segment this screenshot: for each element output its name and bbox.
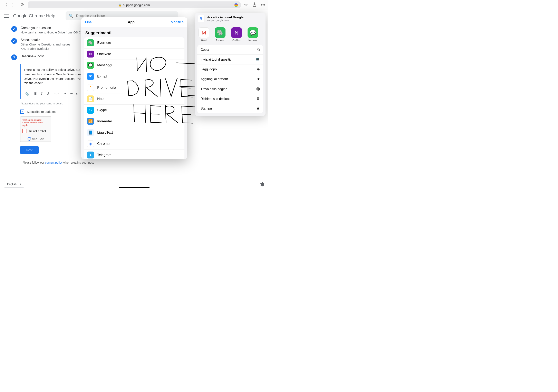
captcha-checkbox[interactable]	[22, 129, 27, 133]
underline-button[interactable]: U	[45, 91, 51, 97]
share-app-evernote[interactable]: 🐘Evernote	[214, 27, 226, 42]
number-list-button[interactable]: ≣	[69, 91, 75, 97]
modal-title: App	[128, 20, 135, 24]
share-app-onenote[interactable]: NOneNote	[230, 27, 243, 42]
share-app-messaggi[interactable]: 💬Messaggi	[247, 27, 259, 42]
home-indicator[interactable]	[119, 187, 149, 188]
settings-icon[interactable]	[259, 182, 264, 187]
share-title: Accedi - Account Google	[207, 16, 263, 19]
url-host: support.google.com	[123, 3, 150, 7]
share-action-list: Copia⧉Invia ai tuoi dispositivi💻Leggi do…	[197, 45, 263, 113]
mic-icon[interactable]	[235, 3, 238, 7]
share-header: G Accedi - Account Google support.google…	[195, 13, 266, 25]
content-policy-link[interactable]: content policy	[45, 161, 63, 164]
google-favicon: G	[198, 15, 205, 22]
suggestion-liquidtext[interactable]: 📘LiquidText	[84, 127, 184, 138]
search-icon: 🔍	[69, 14, 73, 18]
action-copia[interactable]: Copia⧉	[197, 45, 263, 55]
suggestion-skype[interactable]: SSkype	[84, 105, 184, 116]
back-button[interactable]: 〈	[2, 2, 9, 8]
suggestion-onenote[interactable]: NOneNote	[84, 49, 184, 60]
suggestion-telegram[interactable]: ➤Telegram	[84, 150, 184, 159]
forward-button[interactable]: 〉	[11, 2, 17, 8]
suggestion-messaggi[interactable]: 💬Messaggi	[84, 60, 184, 71]
share-sub: support.google.com	[207, 19, 263, 22]
pencil-icon	[11, 26, 17, 32]
favorite-button[interactable]: ☆	[243, 2, 249, 8]
done-button[interactable]: Fine	[85, 20, 92, 24]
edit-button[interactable]: Modifica	[171, 20, 184, 24]
captcha-brand: reCAPTCHA	[32, 138, 44, 140]
attach-button[interactable]: 📎	[24, 91, 30, 97]
bullet-list-button[interactable]: ≡	[62, 91, 69, 97]
browser-toolbar: 〈 〉 ⟳ 🔒support.google.com ☆ •••	[0, 0, 268, 10]
action-stampa[interactable]: Stampa🖨	[197, 104, 263, 113]
language-select[interactable]: English	[4, 181, 24, 188]
suggestion-chrome[interactable]: ◉Chrome	[84, 138, 184, 150]
search-input[interactable]	[76, 14, 175, 18]
action-trova-nella-pagina[interactable]: Trova nella paginaⓐ	[197, 84, 263, 94]
page-title: Google Chrome Help	[13, 13, 55, 18]
suggestion-e-mail[interactable]: ✉E-mail	[84, 71, 184, 82]
suggestions-heading: Suggerimenti	[81, 30, 187, 37]
modal-header: Fine App Modifica	[81, 17, 187, 27]
suggestion-promemoria[interactable]: ⋮Promemoria	[84, 82, 184, 93]
italic-button[interactable]: I	[39, 91, 45, 97]
suggestion-inoreader[interactable]: 📶Inoreader	[84, 116, 184, 127]
post-button[interactable]: Post	[20, 146, 39, 154]
reload-button[interactable]: ⟳	[19, 2, 26, 8]
code-button[interactable]: <>	[53, 91, 60, 97]
recaptcha-icon	[27, 136, 32, 141]
action-leggi-dopo[interactable]: Leggi dopo⊕	[197, 65, 263, 74]
captcha-error: Verification expired. Check the checkbox…	[22, 119, 49, 127]
suggestion-list: 🐘EvernoteNOneNote💬Messaggi✉E-mail⋮Promem…	[84, 37, 184, 159]
suggestion-evernote[interactable]: 🐘Evernote	[84, 37, 184, 49]
step3-badge: 3	[11, 54, 17, 60]
action-invia-ai-tuoi-dispositivi[interactable]: Invia ai tuoi dispositivi💻	[197, 55, 263, 65]
app-list-modal: Fine App Modifica Suggerimenti 🐘Evernote…	[81, 17, 187, 159]
bold-button[interactable]: B	[33, 91, 39, 97]
subscribe-checkbox[interactable]: ✓	[20, 109, 24, 114]
pencil-icon	[11, 38, 17, 44]
action-richiedi-sito-desktop[interactable]: Richiedi sito desktop🖥	[197, 94, 263, 104]
recaptcha: Verification expired. Check the checkbox…	[20, 117, 51, 142]
share-app-row: MGmail🐘EvernoteNOneNote💬Messaggi	[195, 25, 266, 43]
menu-button[interactable]	[4, 14, 9, 18]
captcha-label: I'm not a robot	[29, 130, 46, 133]
share-app-gmail[interactable]: MGmail	[198, 27, 210, 42]
share-button[interactable]	[251, 2, 258, 8]
outdent-button[interactable]: ⇤	[75, 91, 81, 97]
share-sheet: G Accedi - Account Google support.google…	[195, 13, 266, 116]
subscribe-label: Subscribe to updates	[27, 110, 56, 113]
action-aggiungi-ai-preferiti[interactable]: Aggiungi ai preferiti★	[197, 74, 263, 84]
more-button[interactable]: •••	[260, 2, 266, 8]
suggestion-note[interactable]: 📄Note	[84, 93, 184, 105]
lock-icon: 🔒	[118, 3, 122, 7]
address-bar[interactable]: 🔒support.google.com	[28, 1, 241, 8]
